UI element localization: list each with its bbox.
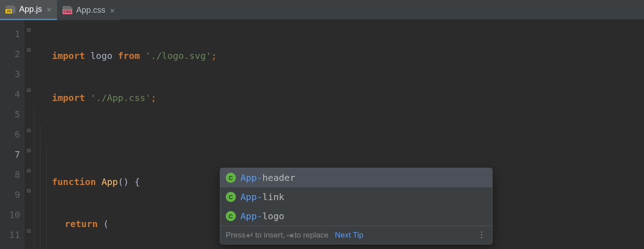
completion-item[interactable]: C App-link xyxy=(220,187,492,207)
indent-guide xyxy=(34,106,34,249)
completion-item[interactable]: C App-logo xyxy=(220,207,492,226)
line-number: 5 xyxy=(0,104,20,124)
tab-label: App.css xyxy=(76,5,105,15)
next-tip-link[interactable]: Next Tip xyxy=(335,231,363,240)
line-number: 9 xyxy=(0,185,20,205)
fold-collapse-icon[interactable]: ⊟ xyxy=(25,166,33,175)
line-number: 3 xyxy=(0,64,20,84)
line-number: 10 xyxy=(0,205,20,225)
line-number: 2 xyxy=(0,44,20,64)
code-line: import logo from './logo.svg'; xyxy=(51,46,644,66)
code-line xyxy=(51,130,644,150)
line-number: 6 xyxy=(0,124,20,144)
completion-footer: Press ↵ to insert, ⇥ to replace Next Tip… xyxy=(220,226,492,244)
line-number: 11 xyxy=(0,225,20,245)
completion-item[interactable]: C App-header xyxy=(220,168,492,187)
fold-collapse-icon[interactable]: ⊟ xyxy=(25,186,33,195)
indent-guide xyxy=(40,126,41,249)
close-icon[interactable]: × xyxy=(109,5,116,15)
line-number-gutter: 1 2 3 4 5 6 7 8 9 10 11 xyxy=(0,20,25,249)
tab-app-css[interactable]: App.css × xyxy=(57,0,120,20)
line-number: 4 xyxy=(0,84,20,104)
close-icon[interactable]: × xyxy=(46,5,52,14)
fold-collapse-icon[interactable]: ⊟ xyxy=(25,26,33,34)
line-number: 1 xyxy=(0,24,20,44)
fold-collapse-icon[interactable]: ⊟ xyxy=(25,146,33,154)
footer-text: to insert, xyxy=(255,231,285,240)
fold-collapse-icon[interactable]: ⊟ xyxy=(25,86,33,94)
js-file-icon xyxy=(5,5,16,14)
tab-key-icon: ⇥ xyxy=(286,230,294,241)
tab-bar: App.js × App.css × xyxy=(0,0,644,20)
footer-text: Press xyxy=(226,231,245,240)
line-number: 7 xyxy=(0,144,20,164)
fold-expand-icon[interactable]: ⊟ xyxy=(25,227,33,235)
fold-expand-icon[interactable]: ⊟ xyxy=(25,46,33,54)
completion-popup: C App-header C App-link C App-logo Press… xyxy=(220,168,493,244)
code-line: import './App.css'; xyxy=(51,88,644,108)
css-class-icon: C xyxy=(226,173,236,183)
tab-app-js[interactable]: App.js × xyxy=(0,0,57,20)
fold-collapse-icon[interactable]: ⊟ xyxy=(25,126,33,134)
line-number: 8 xyxy=(0,164,20,185)
indent-guide xyxy=(47,146,47,249)
tab-label: App.js xyxy=(19,5,42,14)
footer-text: to replace xyxy=(295,231,329,240)
more-options-icon[interactable]: ⋯ xyxy=(477,231,487,240)
enter-key-icon: ↵ xyxy=(246,230,254,241)
css-class-icon: C xyxy=(226,211,236,221)
fold-gutter: ⊟ ⊟ ⊟ ⊟ ⊟ ⊟ ⊟ ⊟ xyxy=(25,20,51,249)
css-class-icon: C xyxy=(226,192,236,202)
css-file-icon xyxy=(62,6,73,14)
